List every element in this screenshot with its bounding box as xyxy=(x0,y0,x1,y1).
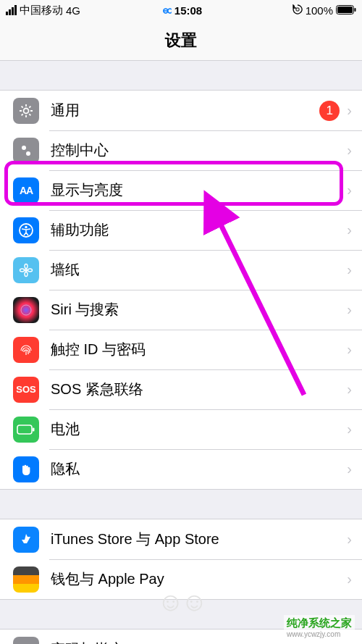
hotspot-icon xyxy=(160,4,172,17)
siri-icon xyxy=(13,297,39,323)
battery-icon xyxy=(13,417,39,443)
chevron-right-icon: › xyxy=(347,531,352,548)
signal-icon xyxy=(6,5,17,15)
hand-icon xyxy=(13,456,39,482)
svg-point-14 xyxy=(21,305,31,315)
row-general[interactable]: 通用 1 › xyxy=(0,91,362,130)
status-right: 100% xyxy=(292,4,356,17)
status-bar: 中国移动 4G 15:08 100% xyxy=(0,0,362,20)
flower-icon xyxy=(13,257,39,283)
svg-rect-2 xyxy=(337,7,353,13)
gear-icon xyxy=(13,98,39,124)
chevron-right-icon: › xyxy=(347,222,352,238)
row-touchid-passcode[interactable]: 触控 ID 与密码 › xyxy=(0,330,362,369)
row-accessibility[interactable]: 辅助功能 › xyxy=(0,210,362,250)
fingerprint-icon xyxy=(13,337,39,363)
chevron-right-icon: › xyxy=(347,461,352,477)
appstore-icon xyxy=(13,527,39,553)
svg-point-11 xyxy=(25,272,28,276)
group-spacer xyxy=(0,61,362,90)
svg-rect-15 xyxy=(17,425,32,434)
row-label: SOS 紧急联络 xyxy=(51,380,347,399)
time-label: 15:08 xyxy=(174,4,202,17)
status-center: 15:08 xyxy=(160,4,202,17)
svg-point-13 xyxy=(28,269,33,272)
badge: 1 xyxy=(319,101,340,121)
row-wallpaper[interactable]: 墙纸 › xyxy=(0,250,362,290)
watermark: 纯净系统之家 www.ycwzjy.com xyxy=(284,615,355,640)
orientation-lock-icon xyxy=(292,4,303,17)
watermark-url: www.ycwzjy.com xyxy=(287,630,352,638)
carrier-label: 中国移动 xyxy=(20,4,63,17)
chevron-right-icon: › xyxy=(347,301,352,318)
watermark-faces-icon: ☺☺ xyxy=(157,587,205,617)
chevron-right-icon: › xyxy=(347,262,352,278)
row-label: 辅助功能 xyxy=(51,220,347,240)
row-label: 显示与亮度 xyxy=(51,180,347,200)
chevron-right-icon: › xyxy=(347,182,352,198)
row-display-brightness[interactable]: AA 显示与亮度 › xyxy=(0,170,362,210)
battery-label: 100% xyxy=(306,4,333,17)
row-privacy[interactable]: 隐私 › xyxy=(0,449,362,489)
row-label: 电池 xyxy=(51,419,347,439)
row-control-center[interactable]: 控制中心 › xyxy=(0,130,362,170)
row-label: 通用 xyxy=(51,101,319,120)
chevron-right-icon: › xyxy=(347,341,352,358)
chevron-right-icon: › xyxy=(347,571,352,587)
chevron-right-icon: › xyxy=(347,381,352,398)
svg-point-9 xyxy=(25,269,28,272)
chevron-right-icon: › xyxy=(347,102,352,119)
row-label: iTunes Store 与 App Store xyxy=(51,530,347,549)
row-itunes-appstore[interactable]: iTunes Store 与 App Store › xyxy=(0,519,362,559)
row-siri-search[interactable]: Siri 与搜索 › xyxy=(0,290,362,330)
row-sos[interactable]: SOS SOS 紧急联络 › xyxy=(0,369,362,409)
svg-rect-0 xyxy=(296,8,299,11)
row-label: 触控 ID 与密码 xyxy=(51,340,347,359)
svg-rect-3 xyxy=(355,8,356,12)
svg-point-8 xyxy=(25,225,27,227)
sliders-icon xyxy=(13,138,39,164)
accessibility-icon xyxy=(13,217,39,243)
svg-point-6 xyxy=(26,151,30,156)
watermark-text: 纯净系统之家 xyxy=(287,616,352,629)
group-spacer xyxy=(0,490,362,519)
svg-point-4 xyxy=(24,108,29,113)
svg-point-5 xyxy=(22,146,26,150)
text-size-icon: AA xyxy=(13,177,39,204)
row-label: Siri 与搜索 xyxy=(51,300,347,319)
status-left: 中国移动 4G xyxy=(6,4,80,17)
chevron-right-icon: › xyxy=(347,421,352,438)
settings-group-1: 通用 1 › 控制中心 › AA 显示与亮度 › 辅助功能 › 墙纸 › Sir… xyxy=(0,90,362,490)
wallet-icon xyxy=(13,566,39,593)
network-label: 4G xyxy=(66,4,80,17)
row-label: 密码与帐户 xyxy=(51,640,347,644)
chevron-right-icon: › xyxy=(347,641,352,644)
row-battery[interactable]: 电池 › xyxy=(0,409,362,449)
row-label: 隐私 xyxy=(51,459,347,479)
nav-header: 设置 xyxy=(0,20,362,61)
key-icon xyxy=(13,637,39,645)
svg-rect-16 xyxy=(33,427,35,431)
page-title: 设置 xyxy=(165,30,197,51)
svg-point-10 xyxy=(25,264,28,268)
row-label: 控制中心 xyxy=(51,141,347,160)
battery-icon xyxy=(336,4,356,17)
row-label: 墙纸 xyxy=(51,260,347,280)
svg-point-12 xyxy=(20,269,25,272)
sos-icon: SOS xyxy=(13,377,39,403)
row-label: 钱包与 Apple Pay xyxy=(51,569,347,589)
chevron-right-icon: › xyxy=(347,142,352,159)
